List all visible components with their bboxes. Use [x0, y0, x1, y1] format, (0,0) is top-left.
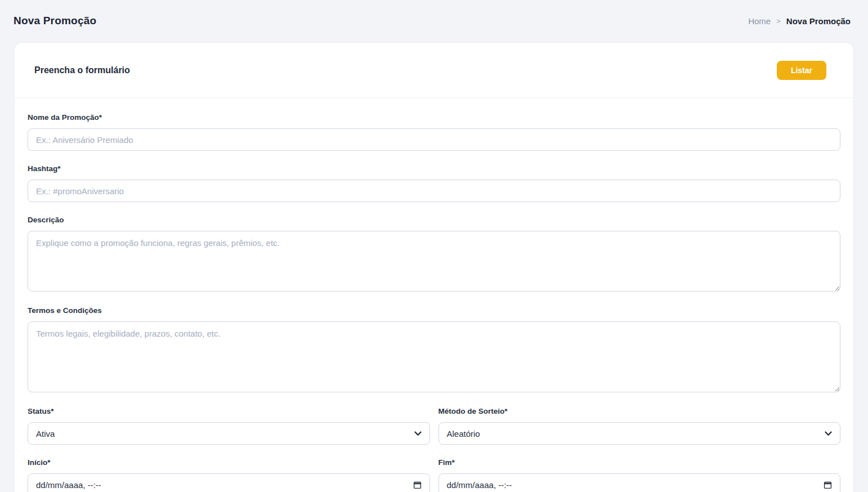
- status-label: Status*: [28, 407, 430, 415]
- promotion-form: Nome da Promoção* Hashtag* Descrição Ter…: [15, 98, 853, 492]
- topbar: Nova Promoção Home > Nova Promoção: [0, 0, 868, 27]
- field-group-hashtag: Hashtag*: [28, 164, 840, 202]
- metodo-sorteio-label: Método de Sorteio*: [439, 407, 841, 415]
- calendar-icon[interactable]: [413, 481, 422, 489]
- inicio-fim-row: Início* dd/mm/aaaa, --:-- Fim* dd/mm/aaa…: [28, 458, 840, 492]
- status-selected-value: Ativa: [36, 429, 55, 439]
- fim-datetime-value: dd/mm/aaaa, --:--: [447, 480, 512, 490]
- hashtag-label: Hashtag*: [28, 164, 840, 173]
- nome-input[interactable]: [28, 128, 840, 151]
- field-group-descricao: Descrição: [28, 216, 840, 292]
- chevron-down-icon: [414, 431, 422, 436]
- chevron-down-icon: [825, 431, 832, 436]
- field-group-metodo-sorteio: Método de Sorteio* Aleatório: [439, 407, 841, 445]
- card-header: Preencha o formulário Listar: [15, 43, 853, 98]
- field-group-inicio: Início* dd/mm/aaaa, --:--: [28, 458, 430, 492]
- hashtag-input[interactable]: [28, 180, 840, 202]
- breadcrumb-home-link[interactable]: Home: [748, 16, 771, 26]
- page-title: Nova Promoção: [14, 15, 96, 27]
- fim-datetime-input[interactable]: dd/mm/aaaa, --:--: [439, 473, 841, 492]
- termos-textarea[interactable]: [28, 321, 840, 392]
- listar-button[interactable]: Listar: [777, 61, 826, 80]
- field-group-fim: Fim* dd/mm/aaaa, --:--: [439, 458, 841, 492]
- field-group-termos: Termos e Condições: [28, 306, 840, 392]
- metodo-sorteio-select[interactable]: Aleatório: [439, 422, 841, 445]
- inicio-datetime-input[interactable]: dd/mm/aaaa, --:--: [28, 473, 430, 492]
- form-card: Preencha o formulário Listar Nome da Pro…: [14, 42, 854, 492]
- breadcrumb: Home > Nova Promoção: [748, 16, 851, 26]
- status-select[interactable]: Ativa: [28, 422, 430, 445]
- inicio-datetime-value: dd/mm/aaaa, --:--: [36, 480, 101, 490]
- descricao-textarea[interactable]: [28, 231, 840, 292]
- breadcrumb-current: Nova Promoção: [786, 16, 851, 26]
- breadcrumb-separator-icon: >: [776, 17, 781, 25]
- calendar-icon[interactable]: [824, 481, 832, 489]
- status-metodo-row: Status* Ativa Método de Sorteio* Aleatór…: [28, 407, 840, 458]
- field-group-nome: Nome da Promoção*: [28, 113, 840, 151]
- descricao-label: Descrição: [28, 216, 840, 224]
- fim-label: Fim*: [439, 458, 841, 467]
- inicio-label: Início*: [28, 458, 430, 467]
- termos-label: Termos e Condições: [28, 306, 840, 315]
- nome-label: Nome da Promoção*: [28, 113, 840, 122]
- metodo-sorteio-selected-value: Aleatório: [447, 429, 480, 439]
- field-group-status: Status* Ativa: [28, 407, 430, 445]
- card-title: Preencha o formulário: [34, 65, 130, 75]
